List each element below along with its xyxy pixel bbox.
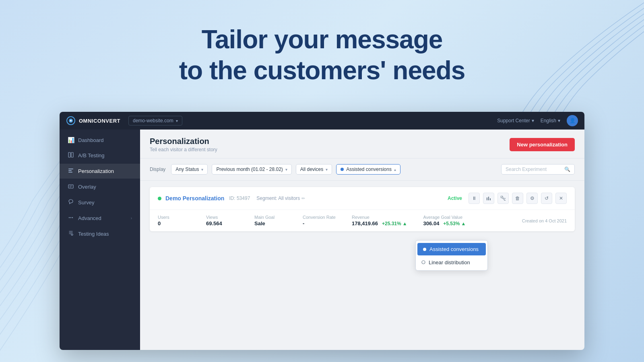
support-chevron-icon: ▾	[532, 118, 534, 123]
support-center[interactable]: Support Center ▾	[497, 118, 534, 123]
reset-button[interactable]: ↺	[541, 193, 552, 204]
revenue-value: 178,419.66 +25.31% ▲	[352, 220, 407, 226]
svg-rect-3	[68, 152, 70, 157]
language-selector[interactable]: English ▾	[541, 118, 560, 123]
conversion-rate-value: -	[303, 220, 336, 226]
sidebar-label-dashboard: Dashboard	[78, 137, 104, 143]
experiment-name[interactable]: Demo Personalization	[165, 195, 224, 202]
linear-label: Linear distribution	[429, 259, 470, 265]
experiment-header: Demo Personalization ID: 53497 Segment: …	[150, 187, 575, 210]
sidebar-label-ab-testing: A/B Testing	[78, 152, 105, 158]
assisted-label: Assisted conversions	[429, 246, 479, 252]
personalization-icon	[68, 168, 74, 175]
sidebar-item-personalization[interactable]: Personalization	[60, 164, 140, 179]
search-input[interactable]	[506, 167, 562, 172]
sidebar-item-survey[interactable]: Survey	[60, 195, 140, 210]
views-value: 69.564	[206, 220, 238, 226]
experiment-actions: Active ⏸ 🗑 ⚙ ↺ ✕	[448, 193, 567, 204]
close-button[interactable]: ✕	[555, 193, 567, 204]
svg-rect-8	[68, 185, 73, 188]
dashboard-icon: 📊	[68, 137, 74, 143]
page-title: Personalization	[150, 137, 217, 146]
metric-value: Assisted conversions	[346, 167, 392, 172]
sidebar: 📊 Dashboard A/B Testing Personalization	[60, 130, 140, 350]
table-area: Demo Personalization ID: 53497 Segment: …	[140, 181, 584, 350]
search-icon: 🔍	[564, 167, 570, 172]
svg-rect-7	[68, 172, 72, 173]
sidebar-item-advanced[interactable]: Advanced ›	[60, 211, 140, 226]
page-header: Personalization Tell each visitor a diff…	[140, 130, 584, 158]
navbar: OMNICONVERT demo-website.com ▾ Support C…	[60, 112, 584, 130]
survey-icon	[68, 199, 74, 206]
new-personalization-button[interactable]: New personalization	[510, 138, 575, 151]
svg-rect-5	[68, 169, 73, 169]
experiment-status-label: Active	[448, 195, 462, 201]
user-icon: 👤	[570, 118, 576, 123]
ab-testing-icon	[68, 152, 74, 159]
page-subtitle: Tell each visitor a different story	[150, 147, 217, 152]
dropdown-item-linear[interactable]: Linear distribution	[416, 256, 487, 269]
date-value: Previous month (01.02 - 28.02)	[216, 167, 283, 172]
status-chevron-icon: ▾	[201, 167, 203, 172]
experiment-card: Demo Personalization ID: 53497 Segment: …	[150, 187, 575, 231]
devices-chevron-icon: ▾	[326, 167, 328, 172]
lang-chevron-icon: ▾	[558, 118, 560, 123]
devices-value: All devices	[300, 167, 323, 172]
pause-button[interactable]: ⏸	[469, 193, 480, 204]
sidebar-item-ab-testing[interactable]: A/B Testing	[60, 148, 140, 163]
svg-point-12	[71, 234, 73, 235]
svg-rect-4	[71, 152, 73, 157]
svg-rect-14	[488, 197, 489, 200]
user-avatar[interactable]: 👤	[567, 115, 578, 126]
status-filter[interactable]: Any Status ▾	[171, 164, 208, 175]
metric-chevron-icon: ▴	[394, 167, 396, 172]
sidebar-label-advanced: Advanced	[78, 215, 101, 221]
svg-point-10	[70, 217, 71, 218]
site-chevron-icon: ▾	[176, 119, 178, 123]
link-button[interactable]	[497, 193, 509, 204]
settings-button[interactable]: ⚙	[526, 193, 538, 204]
devices-filter[interactable]: All devices ▾	[296, 164, 332, 175]
status-value: Any Status	[175, 167, 199, 172]
date-filter[interactable]: Previous month (01.02 - 28.02) ▾	[212, 164, 291, 175]
svg-point-16	[422, 261, 425, 264]
app-window: OMNICONVERT demo-website.com ▾ Support C…	[60, 112, 584, 350]
avg-goal-value: 306.04 +5.53% ▲	[423, 220, 472, 226]
svg-rect-6	[68, 170, 72, 171]
sidebar-item-testing-ideas[interactable]: Testing Ideas	[60, 226, 140, 241]
status-dot-icon	[158, 197, 161, 200]
site-name: demo-website.com	[133, 118, 173, 123]
avg-goal-col: Average Goal Value 306.04 +5.53% ▲	[423, 215, 472, 226]
reports-button[interactable]	[483, 193, 494, 204]
svg-point-2	[70, 120, 72, 121]
avg-goal-badge: +5.53% ▲	[441, 221, 466, 226]
sidebar-label-survey: Survey	[78, 200, 94, 206]
experiment-id: ID: 53497	[229, 195, 250, 201]
display-label: Display	[150, 167, 165, 172]
edit-segment-icon[interactable]: ✏	[301, 196, 305, 201]
delete-button[interactable]: 🗑	[512, 193, 523, 204]
hero-title: Tailor your message to the customers' ne…	[0, 24, 644, 86]
site-selector[interactable]: demo-website.com ▾	[128, 116, 182, 125]
dropdown-item-assisted[interactable]: Assisted conversions	[417, 243, 486, 255]
search-box[interactable]: 🔍	[501, 164, 575, 175]
sidebar-item-overlay[interactable]: Overlay	[60, 179, 140, 194]
testing-ideas-icon	[68, 230, 74, 237]
content-area: Personalization Tell each visitor a diff…	[140, 130, 584, 350]
metric-filter[interactable]: Assisted conversions ▴	[336, 164, 400, 175]
brand-logo	[66, 116, 76, 125]
hero-section: Tailor your message to the customers' ne…	[0, 24, 644, 86]
users-col: Users 0	[158, 215, 190, 226]
linear-icon	[421, 260, 425, 265]
sidebar-label-testing-ideas: Testing Ideas	[78, 231, 109, 237]
support-label: Support Center	[497, 118, 530, 123]
revenue-badge: +25.31% ▲	[380, 221, 407, 226]
sidebar-item-dashboard[interactable]: 📊 Dashboard	[60, 133, 140, 147]
date-chevron-icon: ▾	[285, 167, 287, 172]
experiment-segment: Segment: All visitors ✏	[256, 195, 305, 201]
main-goal-value: Sale	[254, 220, 287, 226]
svg-rect-13	[487, 197, 487, 200]
created-date: Created on 4 Oct 2021	[522, 218, 567, 223]
metric-dot-icon	[341, 168, 344, 171]
navbar-right: Support Center ▾ English ▾ 👤	[497, 115, 578, 126]
